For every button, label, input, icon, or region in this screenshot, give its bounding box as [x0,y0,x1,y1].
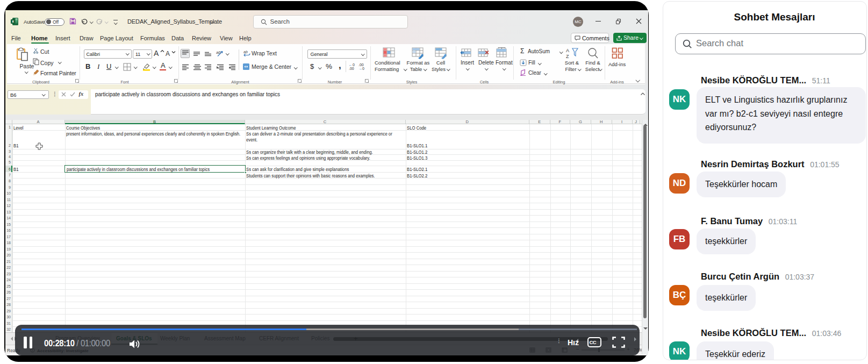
svg-text:ab: ab [243,50,248,54]
svg-text:A: A [566,48,569,53]
svg-text:ab: ab [216,50,221,55]
svg-text:Z: Z [566,54,569,59]
